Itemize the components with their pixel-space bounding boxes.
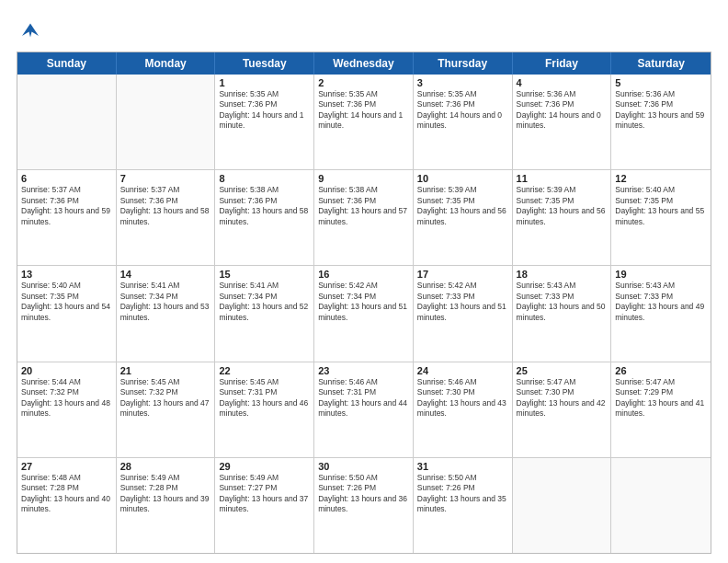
day-info: Sunrise: 5:47 AM Sunset: 7:29 PM Dayligh… bbox=[615, 377, 707, 419]
day-number: 1 bbox=[219, 77, 310, 88]
calendar-cell: 13Sunrise: 5:40 AM Sunset: 7:35 PM Dayli… bbox=[17, 266, 117, 361]
day-number: 17 bbox=[417, 269, 508, 280]
day-info: Sunrise: 5:47 AM Sunset: 7:30 PM Dayligh… bbox=[517, 377, 608, 419]
header-cell-sunday: Sunday bbox=[17, 52, 117, 75]
day-info: Sunrise: 5:46 AM Sunset: 7:30 PM Dayligh… bbox=[417, 377, 508, 419]
page: SundayMondayTuesdayWednesdayThursdayFrid… bbox=[0, 0, 728, 563]
calendar-row-1: 6Sunrise: 5:37 AM Sunset: 7:36 PM Daylig… bbox=[17, 169, 711, 265]
calendar-cell bbox=[513, 458, 612, 553]
day-number: 13 bbox=[21, 269, 112, 280]
svg-marker-0 bbox=[22, 24, 39, 38]
day-info: Sunrise: 5:42 AM Sunset: 7:33 PM Dayligh… bbox=[417, 281, 508, 323]
calendar-cell: 24Sunrise: 5:46 AM Sunset: 7:30 PM Dayli… bbox=[414, 362, 513, 457]
day-info: Sunrise: 5:41 AM Sunset: 7:34 PM Dayligh… bbox=[219, 281, 310, 323]
day-info: Sunrise: 5:40 AM Sunset: 7:35 PM Dayligh… bbox=[21, 281, 112, 323]
day-number: 9 bbox=[318, 173, 409, 184]
calendar-cell: 29Sunrise: 5:49 AM Sunset: 7:27 PM Dayli… bbox=[215, 458, 314, 553]
day-info: Sunrise: 5:41 AM Sunset: 7:34 PM Dayligh… bbox=[120, 281, 211, 323]
day-number: 6 bbox=[21, 173, 112, 184]
calendar-cell: 18Sunrise: 5:43 AM Sunset: 7:33 PM Dayli… bbox=[513, 266, 612, 361]
calendar-cell: 16Sunrise: 5:42 AM Sunset: 7:34 PM Dayli… bbox=[314, 266, 414, 361]
header-cell-tuesday: Tuesday bbox=[215, 52, 314, 75]
calendar-cell: 21Sunrise: 5:45 AM Sunset: 7:32 PM Dayli… bbox=[117, 362, 216, 457]
day-info: Sunrise: 5:43 AM Sunset: 7:33 PM Dayligh… bbox=[615, 281, 707, 323]
calendar-cell: 7Sunrise: 5:37 AM Sunset: 7:36 PM Daylig… bbox=[117, 170, 216, 265]
calendar-cell: 23Sunrise: 5:46 AM Sunset: 7:31 PM Dayli… bbox=[314, 362, 414, 457]
calendar-cell: 1Sunrise: 5:35 AM Sunset: 7:36 PM Daylig… bbox=[215, 75, 314, 169]
day-info: Sunrise: 5:49 AM Sunset: 7:28 PM Dayligh… bbox=[120, 473, 211, 515]
day-info: Sunrise: 5:38 AM Sunset: 7:36 PM Dayligh… bbox=[219, 185, 310, 227]
calendar-cell: 14Sunrise: 5:41 AM Sunset: 7:34 PM Dayli… bbox=[117, 266, 216, 361]
calendar-cell: 27Sunrise: 5:48 AM Sunset: 7:28 PM Dayli… bbox=[17, 458, 117, 553]
day-number: 25 bbox=[517, 365, 608, 376]
day-number: 8 bbox=[219, 173, 310, 184]
calendar-cell: 8Sunrise: 5:38 AM Sunset: 7:36 PM Daylig… bbox=[215, 170, 314, 265]
calendar-cell: 17Sunrise: 5:42 AM Sunset: 7:33 PM Dayli… bbox=[414, 266, 513, 361]
day-number: 31 bbox=[417, 461, 508, 472]
calendar-cell bbox=[611, 458, 711, 553]
calendar-cell: 19Sunrise: 5:43 AM Sunset: 7:33 PM Dayli… bbox=[611, 266, 711, 361]
header-cell-friday: Friday bbox=[513, 52, 612, 75]
calendar-cell: 2Sunrise: 5:35 AM Sunset: 7:36 PM Daylig… bbox=[314, 75, 414, 169]
calendar-cell: 15Sunrise: 5:41 AM Sunset: 7:34 PM Dayli… bbox=[215, 266, 314, 361]
header-cell-wednesday: Wednesday bbox=[314, 52, 414, 75]
day-number: 11 bbox=[517, 173, 608, 184]
day-number: 24 bbox=[417, 365, 508, 376]
day-number: 10 bbox=[417, 173, 508, 184]
calendar-header: SundayMondayTuesdayWednesdayThursdayFrid… bbox=[17, 52, 711, 75]
logo-icon bbox=[17, 17, 44, 44]
day-number: 29 bbox=[219, 461, 310, 472]
day-number: 22 bbox=[219, 365, 310, 376]
day-number: 19 bbox=[615, 269, 707, 280]
calendar-cell: 25Sunrise: 5:47 AM Sunset: 7:30 PM Dayli… bbox=[513, 362, 612, 457]
day-number: 20 bbox=[21, 365, 112, 376]
calendar-cell: 26Sunrise: 5:47 AM Sunset: 7:29 PM Dayli… bbox=[611, 362, 711, 457]
day-info: Sunrise: 5:50 AM Sunset: 7:26 PM Dayligh… bbox=[417, 473, 508, 515]
calendar-cell: 20Sunrise: 5:44 AM Sunset: 7:32 PM Dayli… bbox=[17, 362, 117, 457]
day-info: Sunrise: 5:35 AM Sunset: 7:36 PM Dayligh… bbox=[318, 89, 409, 132]
day-info: Sunrise: 5:49 AM Sunset: 7:27 PM Dayligh… bbox=[219, 473, 310, 515]
day-info: Sunrise: 5:38 AM Sunset: 7:36 PM Dayligh… bbox=[318, 185, 409, 227]
day-number: 5 bbox=[615, 77, 707, 88]
day-info: Sunrise: 5:46 AM Sunset: 7:31 PM Dayligh… bbox=[318, 377, 409, 419]
day-number: 2 bbox=[318, 77, 409, 88]
day-number: 3 bbox=[417, 77, 508, 88]
day-info: Sunrise: 5:36 AM Sunset: 7:36 PM Dayligh… bbox=[615, 89, 707, 132]
day-number: 26 bbox=[615, 365, 707, 376]
day-info: Sunrise: 5:35 AM Sunset: 7:36 PM Dayligh… bbox=[417, 89, 508, 132]
calendar-cell: 3Sunrise: 5:35 AM Sunset: 7:36 PM Daylig… bbox=[414, 75, 513, 169]
calendar-row-3: 20Sunrise: 5:44 AM Sunset: 7:32 PM Dayli… bbox=[17, 362, 711, 457]
logo bbox=[17, 17, 48, 44]
day-number: 16 bbox=[318, 269, 409, 280]
calendar-cell: 30Sunrise: 5:50 AM Sunset: 7:26 PM Dayli… bbox=[314, 458, 414, 553]
calendar-cell: 12Sunrise: 5:40 AM Sunset: 7:35 PM Dayli… bbox=[611, 170, 711, 265]
header-cell-monday: Monday bbox=[117, 52, 216, 75]
day-number: 18 bbox=[517, 269, 608, 280]
calendar: SundayMondayTuesdayWednesdayThursdayFrid… bbox=[17, 52, 711, 554]
calendar-cell: 28Sunrise: 5:49 AM Sunset: 7:28 PM Dayli… bbox=[117, 458, 216, 553]
day-number: 12 bbox=[615, 173, 707, 184]
day-number: 23 bbox=[318, 365, 409, 376]
day-info: Sunrise: 5:40 AM Sunset: 7:35 PM Dayligh… bbox=[615, 185, 707, 227]
calendar-row-4: 27Sunrise: 5:48 AM Sunset: 7:28 PM Dayli… bbox=[17, 457, 711, 553]
day-info: Sunrise: 5:37 AM Sunset: 7:36 PM Dayligh… bbox=[21, 185, 112, 227]
calendar-cell: 31Sunrise: 5:50 AM Sunset: 7:26 PM Dayli… bbox=[414, 458, 513, 553]
day-info: Sunrise: 5:42 AM Sunset: 7:34 PM Dayligh… bbox=[318, 281, 409, 323]
calendar-cell: 6Sunrise: 5:37 AM Sunset: 7:36 PM Daylig… bbox=[17, 170, 117, 265]
day-info: Sunrise: 5:39 AM Sunset: 7:35 PM Dayligh… bbox=[517, 185, 608, 227]
day-number: 30 bbox=[318, 461, 409, 472]
calendar-cell: 9Sunrise: 5:38 AM Sunset: 7:36 PM Daylig… bbox=[314, 170, 414, 265]
day-number: 21 bbox=[120, 365, 211, 376]
header bbox=[17, 17, 711, 44]
day-info: Sunrise: 5:44 AM Sunset: 7:32 PM Dayligh… bbox=[21, 377, 112, 419]
day-info: Sunrise: 5:43 AM Sunset: 7:33 PM Dayligh… bbox=[517, 281, 608, 323]
header-cell-saturday: Saturday bbox=[611, 52, 711, 75]
calendar-cell bbox=[17, 75, 117, 169]
day-info: Sunrise: 5:39 AM Sunset: 7:35 PM Dayligh… bbox=[417, 185, 508, 227]
day-number: 28 bbox=[120, 461, 211, 472]
day-info: Sunrise: 5:45 AM Sunset: 7:32 PM Dayligh… bbox=[120, 377, 211, 419]
day-number: 7 bbox=[120, 173, 211, 184]
calendar-cell: 5Sunrise: 5:36 AM Sunset: 7:36 PM Daylig… bbox=[611, 75, 711, 169]
calendar-row-2: 13Sunrise: 5:40 AM Sunset: 7:35 PM Dayli… bbox=[17, 265, 711, 361]
day-info: Sunrise: 5:37 AM Sunset: 7:36 PM Dayligh… bbox=[120, 185, 211, 227]
